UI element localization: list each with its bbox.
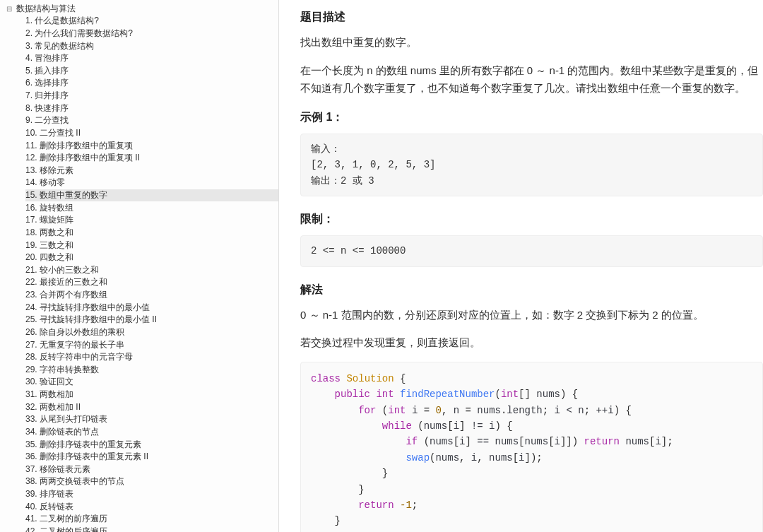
- sidebar-item[interactable]: 13. 移除元素: [25, 165, 278, 177]
- heading-limit: 限制：: [300, 209, 763, 228]
- paragraph-solution-1: 0 ～ n-1 范围内的数，分别还原到对应的位置上，如：数字 2 交换到下标为 …: [300, 306, 763, 324]
- sidebar: ⊟ 数据结构与算法 1. 什么是数据结构?2. 为什么我们需要数据结构?3. 常…: [0, 0, 279, 532]
- code-block: class Solution { public int findRepeatNu…: [300, 362, 763, 532]
- sidebar-section-title[interactable]: 数据结构与算法: [16, 4, 76, 13]
- sidebar-item[interactable]: 20. 四数之和: [25, 252, 278, 264]
- sidebar-item[interactable]: 22. 最接近的三数之和: [25, 276, 278, 289]
- sidebar-item[interactable]: 42. 二叉树的后序遍历: [25, 526, 278, 532]
- sidebar-item[interactable]: 12. 删除排序数组中的重复项 II: [25, 152, 278, 165]
- article-content: 题目描述 找出数组中重复的数字。 在一个长度为 n 的数组 nums 里的所有数…: [279, 0, 763, 532]
- sidebar-item[interactable]: 26. 除自身以外数组的乘积: [25, 326, 278, 339]
- sidebar-item[interactable]: 36. 删除排序链表中的重复元素 II: [25, 451, 278, 463]
- sidebar-item[interactable]: 28. 反转字符串中的元音字母: [25, 351, 278, 364]
- sidebar-item[interactable]: 39. 排序链表: [25, 488, 278, 501]
- sidebar-item[interactable]: 5. 插入排序: [25, 65, 278, 78]
- heading-example: 示例 1：: [300, 107, 763, 126]
- sidebar-item[interactable]: 41. 二叉树的前序遍历: [25, 513, 278, 526]
- sidebar-item[interactable]: 7. 归并排序: [25, 90, 278, 102]
- sidebar-item[interactable]: 38. 两两交换链表中的节点: [25, 475, 278, 488]
- sidebar-item[interactable]: 4. 冒泡排序: [25, 52, 278, 65]
- sidebar-item[interactable]: 10. 二分查找 II: [25, 127, 278, 140]
- sidebar-item[interactable]: 19. 三数之和: [25, 239, 278, 252]
- sidebar-toc-list: 1. 什么是数据结构?2. 为什么我们需要数据结构?3. 常见的数据结构4. 冒…: [6, 15, 278, 532]
- heading-solution: 解法: [300, 280, 763, 299]
- sidebar-item[interactable]: 3. 常见的数据结构: [25, 40, 278, 52]
- sidebar-item[interactable]: 8. 快速排序: [25, 102, 278, 114]
- sidebar-item[interactable]: 11. 删除排序数组中的重复项: [25, 139, 278, 152]
- sidebar-item[interactable]: 32. 两数相加 II: [25, 401, 278, 413]
- sidebar-item[interactable]: 29. 字符串转换整数: [25, 364, 278, 377]
- example-block: 输入： [2, 3, 1, 0, 2, 5, 3] 输出：2 或 3: [300, 134, 763, 196]
- sidebar-item[interactable]: 35. 删除排序链表中的重复元素: [25, 438, 278, 451]
- sidebar-item[interactable]: 16. 旋转数组: [25, 201, 278, 214]
- paragraph-body: 在一个长度为 n 的数组 nums 里的所有数字都在 0 ～ n-1 的范围内。…: [300, 61, 763, 97]
- sidebar-item[interactable]: 1. 什么是数据结构?: [25, 15, 278, 28]
- sidebar-item[interactable]: 2. 为什么我们需要数据结构?: [25, 28, 278, 40]
- sidebar-item[interactable]: 17. 螺旋矩阵: [25, 214, 278, 227]
- sidebar-item[interactable]: 23. 合并两个有序数组: [25, 289, 278, 302]
- paragraph-solution-2: 若交换过程中发现重复，则直接返回。: [300, 333, 763, 352]
- heading-description: 题目描述: [300, 7, 763, 26]
- sidebar-item[interactable]: 34. 删除链表的节点: [25, 426, 278, 439]
- sidebar-item[interactable]: 18. 两数之和: [25, 227, 278, 240]
- paragraph-intro: 找出数组中重复的数字。: [300, 33, 763, 52]
- sidebar-item[interactable]: 27. 无重复字符的最长子串: [25, 338, 278, 351]
- limit-block: 2 <= n <= 100000: [300, 235, 763, 266]
- sidebar-item[interactable]: 9. 二分查找: [25, 114, 278, 127]
- tree-collapse-icon[interactable]: ⊟: [6, 4, 13, 14]
- sidebar-item[interactable]: 21. 较小的三数之和: [25, 264, 278, 277]
- sidebar-item[interactable]: 31. 两数相加: [25, 389, 278, 401]
- sidebar-item[interactable]: 15. 数组中重复的数字: [25, 189, 278, 202]
- sidebar-item[interactable]: 6. 选择排序: [25, 77, 278, 90]
- sidebar-item[interactable]: 25. 寻找旋转排序数组中的最小值 II: [25, 314, 278, 326]
- sidebar-item[interactable]: 40. 反转链表: [25, 500, 278, 513]
- sidebar-item[interactable]: 33. 从尾到头打印链表: [25, 413, 278, 426]
- sidebar-item[interactable]: 37. 移除链表元素: [25, 463, 278, 476]
- sidebar-item[interactable]: 14. 移动零: [25, 177, 278, 189]
- sidebar-item[interactable]: 30. 验证回文: [25, 376, 278, 389]
- sidebar-item[interactable]: 24. 寻找旋转排序数组中的最小值: [25, 301, 278, 314]
